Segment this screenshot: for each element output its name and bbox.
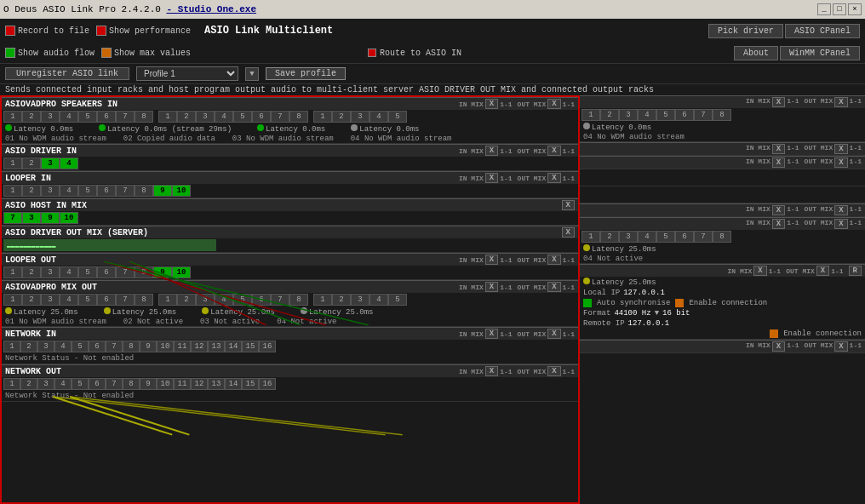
r-ch-7[interactable]: 7 [694, 109, 713, 121]
r-ch-2[interactable]: 2 [600, 109, 619, 121]
vo-ch-4[interactable]: 4 [60, 294, 78, 306]
ch-14[interactable]: 6 [252, 111, 271, 123]
vo-ch-14[interactable]: 6 [252, 294, 271, 306]
no-ch-14[interactable]: 14 [225, 378, 242, 390]
vo-ch-1[interactable]: 1 [3, 294, 22, 306]
ro-ch-5[interactable]: 5 [656, 231, 675, 243]
lp-ch-2[interactable]: 2 [22, 185, 41, 197]
ni-ch-15[interactable]: 15 [242, 341, 259, 352]
lp-ch-3[interactable]: 3 [41, 185, 60, 197]
vo-ch-15[interactable]: 7 [271, 294, 289, 306]
show-audio-checkbox[interactable]: Show audio flow [5, 48, 95, 58]
ch-18[interactable]: 2 [332, 111, 351, 123]
minimize-button[interactable]: _ [817, 3, 831, 15]
show-max-checkbox[interactable]: Show max values [101, 48, 191, 58]
ch-16[interactable]: 8 [289, 111, 308, 123]
ro-ch-1[interactable]: 1 [581, 231, 600, 243]
no-ch-4[interactable]: 4 [54, 378, 72, 390]
vo-ch-10[interactable]: 2 [177, 294, 196, 306]
ch-10[interactable]: 2 [177, 111, 196, 123]
asio-cpanel-button[interactable]: ASIO CPanel [785, 24, 860, 38]
ahm-ch-3[interactable]: 3 [22, 212, 41, 224]
ch-7[interactable]: 7 [116, 111, 135, 123]
vo-ch-11[interactable]: 3 [196, 294, 215, 306]
ni-ch-6[interactable]: 6 [89, 341, 106, 352]
show-performance-checkbox[interactable]: Show performance [96, 26, 191, 36]
record-checkbox[interactable]: Record to file [5, 26, 89, 36]
no-ch-11[interactable]: 11 [174, 378, 191, 390]
maximize-button[interactable]: □ [833, 3, 846, 15]
no-ch-8[interactable]: 8 [123, 378, 140, 390]
ni-ch-7[interactable]: 7 [106, 341, 123, 352]
ch-3[interactable]: 3 [41, 111, 60, 123]
asio-ch-3[interactable]: 3 [41, 158, 60, 169]
no-ch-10[interactable]: 10 [157, 378, 174, 390]
lp-ch-8[interactable]: 8 [135, 185, 153, 197]
no-ch-2[interactable]: 2 [20, 378, 37, 390]
lp-ch-1[interactable]: 1 [3, 185, 22, 197]
r-ch-5[interactable]: 5 [656, 109, 675, 121]
lp-ch-4[interactable]: 4 [60, 185, 78, 197]
lp-ch-9[interactable]: 9 [153, 185, 172, 197]
lo-ch-6[interactable]: 6 [97, 266, 116, 278]
ch-19[interactable]: 3 [351, 111, 369, 123]
ch-4[interactable]: 4 [60, 111, 78, 123]
ch-1[interactable]: 1 [3, 111, 22, 123]
vo-ch-7[interactable]: 7 [116, 294, 135, 306]
ch-15[interactable]: 7 [271, 111, 289, 123]
vo-ch-6[interactable]: 6 [97, 294, 116, 306]
r-ch-3[interactable]: 3 [619, 109, 638, 121]
ni-ch-2[interactable]: 2 [20, 341, 37, 352]
lp-ch-6[interactable]: 6 [97, 185, 116, 197]
ni-ch-4[interactable]: 4 [54, 341, 72, 352]
ni-ch-3[interactable]: 3 [37, 341, 54, 352]
profile-select[interactable]: Profile 1 [136, 66, 238, 81]
ro-ch-3[interactable]: 3 [619, 231, 638, 243]
vo-ch-8[interactable]: 8 [135, 294, 153, 306]
ch-6[interactable]: 6 [97, 111, 116, 123]
ch-13[interactable]: 5 [233, 111, 252, 123]
vo-ch-17[interactable]: 1 [313, 294, 332, 306]
vo-ch-5[interactable]: 5 [78, 294, 97, 306]
ahm-ch-9[interactable]: 9 [41, 212, 60, 224]
r-ch-6[interactable]: 6 [675, 109, 694, 121]
lp-ch-5[interactable]: 5 [78, 185, 97, 197]
no-ch-1[interactable]: 1 [3, 378, 20, 390]
ni-ch-13[interactable]: 13 [208, 341, 225, 352]
asio-ch-2[interactable]: 2 [22, 158, 41, 169]
vo-ch-19[interactable]: 3 [351, 294, 369, 306]
vo-ch-16[interactable]: 8 [289, 294, 308, 306]
ni-ch-14[interactable]: 14 [225, 341, 242, 352]
about-button[interactable]: About [734, 46, 778, 60]
vo-ch-13[interactable]: 5 [233, 294, 252, 306]
lo-ch-10[interactable]: 10 [172, 266, 191, 278]
save-profile-button[interactable]: Save profile [266, 67, 346, 80]
ni-ch-8[interactable]: 8 [123, 341, 140, 352]
ch-9[interactable]: 1 [158, 111, 177, 123]
ni-ch-5[interactable]: 5 [72, 341, 89, 352]
no-ch-9[interactable]: 9 [140, 378, 157, 390]
no-ch-12[interactable]: 12 [191, 378, 208, 390]
r-ch-1[interactable]: 1 [581, 109, 600, 121]
ro-ch-4[interactable]: 4 [638, 231, 656, 243]
lo-ch-7[interactable]: 7 [116, 266, 135, 278]
vo-ch-3[interactable]: 3 [41, 294, 60, 306]
r-ch-8[interactable]: 8 [713, 109, 731, 121]
pick-driver-button[interactable]: Pick driver [708, 24, 783, 38]
ch-2[interactable]: 2 [22, 111, 41, 123]
ahm-ch-7[interactable]: 7 [3, 212, 22, 224]
no-ch-5[interactable]: 5 [72, 378, 89, 390]
vo-ch-12[interactable]: 4 [215, 294, 233, 306]
ro-ch-7[interactable]: 7 [694, 231, 713, 243]
vo-ch-20[interactable]: 4 [369, 294, 388, 306]
vo-ch-21[interactable]: 5 [388, 294, 407, 306]
ch-11[interactable]: 3 [196, 111, 215, 123]
vo-ch-9[interactable]: 1 [158, 294, 177, 306]
close-button[interactable]: × [848, 3, 862, 15]
lo-ch-9[interactable]: 9 [153, 266, 172, 278]
ch-8[interactable]: 8 [135, 111, 153, 123]
ni-ch-11[interactable]: 11 [174, 341, 191, 352]
no-ch-15[interactable]: 15 [242, 378, 259, 390]
ro-ch-2[interactable]: 2 [600, 231, 619, 243]
winmm-cpanel-button[interactable]: WinMM CPanel [780, 46, 860, 60]
